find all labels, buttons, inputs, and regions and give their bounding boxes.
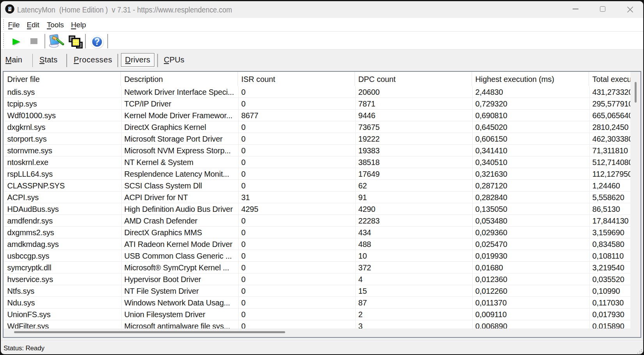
svg-text:?: ? [94, 37, 100, 47]
